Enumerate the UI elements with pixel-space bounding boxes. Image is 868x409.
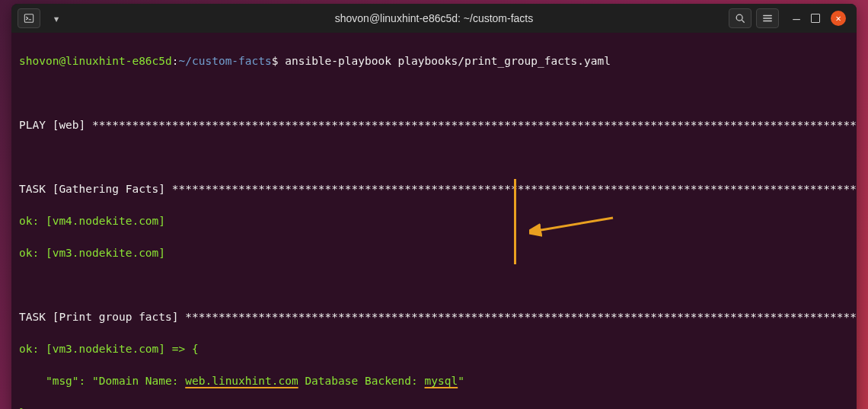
titlebar: ▾ shovon@linuxhint-e86c5d: ~/custom-fact… (11, 4, 857, 33)
prompt-user-host: shovon@linuxhint-e86c5d (19, 55, 172, 67)
prompt-path: ~/custom-facts (179, 55, 272, 67)
terminal-output[interactable]: shovon@linuxhint-e86c5d:~/custom-facts$ … (11, 33, 857, 409)
search-button[interactable] (729, 8, 752, 28)
svg-rect-0 (24, 14, 33, 23)
task-print-header: TASK [Print group facts] ***************… (19, 309, 849, 325)
maximize-button[interactable] (811, 14, 820, 23)
domain-value: web.linuxhint.com (185, 375, 298, 387)
play-header: PLAY [web] *****************************… (19, 117, 849, 133)
command-text: ansible-playbook playbooks/print_group_f… (278, 55, 611, 67)
terminal-window: ▾ shovon@linuxhint-e86c5d: ~/custom-fact… (11, 4, 857, 409)
gather-ok-vm3: ok: [vm3.nodekite.com] (19, 245, 849, 261)
gather-ok-vm4: ok: [vm4.nodekite.com] (19, 213, 849, 229)
hamburger-menu-button[interactable] (756, 8, 779, 28)
backend-value: mysql (425, 375, 458, 387)
minimize-button[interactable]: — (793, 11, 800, 26)
close-button[interactable]: ✕ (831, 11, 846, 26)
svg-point-1 (737, 14, 743, 21)
new-tab-button[interactable]: ▾ (45, 8, 68, 28)
terminal-tab-icon[interactable] (18, 8, 40, 28)
result-vm3-head: ok: [vm3.nodekite.com] => { (19, 341, 849, 357)
task-gathering-header: TASK [Gathering Facts] *****************… (19, 181, 849, 197)
